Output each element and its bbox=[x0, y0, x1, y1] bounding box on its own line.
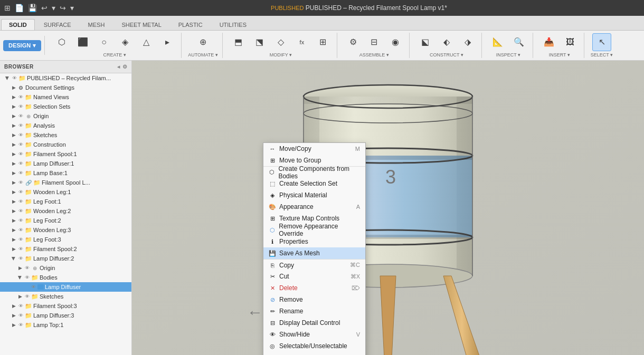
lt-eye[interactable]: 👁 bbox=[17, 321, 24, 329]
tree-wooden2[interactable]: ▶ 👁 📁 Wooden Leg:2 bbox=[0, 206, 131, 216]
construct-btn3[interactable]: ⬗ bbox=[458, 33, 477, 51]
w2-eye[interactable]: 👁 bbox=[17, 207, 24, 215]
select-btn[interactable]: ↖ bbox=[592, 33, 611, 51]
nv-eye[interactable]: 👁 bbox=[17, 93, 24, 101]
ctx-copy[interactable]: ⎘ Copy ⌘C bbox=[263, 259, 365, 271]
automate-btn1[interactable]: ⊕ bbox=[194, 33, 213, 51]
ld1-eye[interactable]: 👁 bbox=[17, 160, 24, 167]
ctx-physical-material[interactable]: ◈ Physical Material bbox=[263, 189, 365, 201]
f2-arrow[interactable]: ▶ bbox=[11, 246, 17, 252]
ld2-eye[interactable]: 👁 bbox=[17, 255, 24, 262]
con-eye[interactable]: 👁 bbox=[17, 141, 24, 148]
w2-arrow[interactable]: ▶ bbox=[11, 208, 17, 214]
ld3-arrow[interactable]: ▶ bbox=[11, 313, 17, 318]
extrude-btn[interactable]: ⬛ bbox=[73, 33, 92, 51]
fx-btn[interactable]: fx bbox=[292, 33, 311, 51]
root-arrow[interactable]: ▶ bbox=[5, 75, 10, 81]
ctx-remove[interactable]: ⊘ Remove bbox=[263, 294, 365, 305]
ldb-eye[interactable]: 👁 bbox=[30, 283, 37, 291]
redo-dropdown-icon[interactable]: ▾ bbox=[70, 4, 74, 12]
ft2-eye[interactable]: 👁 bbox=[17, 217, 24, 224]
joint-btn[interactable]: ⚙ bbox=[344, 33, 363, 51]
assemble-btn3[interactable]: ◉ bbox=[386, 33, 405, 51]
assemble-btn2[interactable]: ⊟ bbox=[365, 33, 384, 51]
bod-arrow[interactable]: ▶ bbox=[17, 274, 23, 281]
inspect-btn1[interactable]: 📐 bbox=[488, 33, 507, 51]
ctx-create-components[interactable]: ⬡ Create Components from Bodies bbox=[263, 166, 365, 178]
ctx-selectable[interactable]: ◎ Selectable/Unselectable bbox=[263, 340, 365, 352]
tree-lamp-diff1[interactable]: ▶ 👁 📁 Lamp Diffuser:1 bbox=[0, 159, 131, 168]
tree-doc-settings[interactable]: ▶ ⚙ Document Settings bbox=[0, 83, 131, 92]
create-sketch-btn[interactable]: ⬡ bbox=[52, 33, 71, 51]
tree-lamp-diff3[interactable]: ▶ 👁 📁 Lamp Diffuser:3 bbox=[0, 311, 131, 320]
tree-lamp-diffuser-body[interactable]: 👁 Lamp Diffuser bbox=[0, 282, 131, 292]
tree-lamp-diff2[interactable]: ▶ 👁 📁 Lamp Diffuser:2 bbox=[0, 254, 131, 263]
tab-plastic[interactable]: PLASTIC bbox=[171, 19, 211, 30]
ctx-save-mesh[interactable]: 💾 Save As Mesh bbox=[263, 247, 365, 259]
browser-collapse-icon[interactable]: ◂ bbox=[117, 64, 120, 70]
sweep-btn[interactable]: ◈ bbox=[116, 33, 135, 51]
loft-btn[interactable]: △ bbox=[137, 33, 156, 51]
chamfer-btn[interactable]: ◇ bbox=[271, 33, 290, 51]
tree-origin2[interactable]: ▶ 👁 ⊕ Origin bbox=[0, 263, 131, 273]
ft2-arrow[interactable]: ▶ bbox=[11, 218, 17, 223]
redo-icon[interactable]: ↪ bbox=[60, 4, 66, 12]
nv-arrow[interactable]: ▶ bbox=[11, 94, 17, 100]
ctx-rename[interactable]: ✏ Rename bbox=[263, 305, 365, 317]
root-eye[interactable]: 👁 bbox=[11, 74, 18, 82]
browser-settings-icon[interactable]: ⚙ bbox=[122, 64, 128, 70]
fl-eye[interactable]: 👁 bbox=[17, 179, 24, 186]
ctx-remove-appearance[interactable]: ⬡ Remove Appearance Override bbox=[263, 224, 365, 236]
orig-eye[interactable]: 👁 bbox=[17, 112, 24, 120]
f3-arrow[interactable]: ▶ bbox=[11, 303, 17, 309]
sk2-eye[interactable]: 👁 bbox=[23, 293, 31, 300]
tree-filament3[interactable]: ▶ 👁 📁 Filament Spool:3 bbox=[0, 301, 131, 311]
tree-construction[interactable]: ▶ 👁 📁 Construction bbox=[0, 140, 131, 149]
tab-surface[interactable]: SURFACE bbox=[36, 19, 79, 30]
tree-sketches[interactable]: ▶ 👁 📁 Sketches bbox=[0, 130, 131, 140]
f1-eye[interactable]: 👁 bbox=[17, 150, 24, 158]
tree-foot3[interactable]: ▶ 👁 📁 Leg Foot:3 bbox=[0, 235, 131, 244]
w3-eye[interactable]: 👁 bbox=[17, 226, 24, 234]
tab-solid[interactable]: SOLID bbox=[1, 19, 35, 30]
an-eye[interactable]: 👁 bbox=[17, 122, 24, 129]
tree-origin[interactable]: ▶ 👁 ⊕ Origin bbox=[0, 111, 131, 121]
undo-dropdown-icon[interactable]: ▾ bbox=[52, 4, 55, 12]
o2-arrow[interactable]: ▶ bbox=[17, 265, 23, 271]
f1-arrow[interactable]: ▶ bbox=[11, 151, 17, 157]
doc-arrow[interactable]: ▶ bbox=[11, 85, 17, 90]
ctx-show-hide[interactable]: 👁 Show/Hide V bbox=[263, 329, 365, 340]
file-icon[interactable]: 📄 bbox=[15, 4, 24, 12]
lb-eye[interactable]: 👁 bbox=[17, 169, 24, 177]
tree-selection-sets[interactable]: ▶ 👁 📁 Selection Sets bbox=[0, 102, 131, 111]
tree-foot2[interactable]: ▶ 👁 📁 Leg Foot:2 bbox=[0, 216, 131, 225]
fillet-btn[interactable]: ⬔ bbox=[250, 33, 269, 51]
w1-arrow[interactable]: ▶ bbox=[11, 189, 17, 195]
w1-eye[interactable]: 👁 bbox=[17, 188, 24, 196]
ss-arrow[interactable]: ▶ bbox=[11, 104, 17, 109]
tree-analysis[interactable]: ▶ 👁 📁 Analysis bbox=[0, 121, 131, 130]
tree-root[interactable]: ▶ 👁 📁 PUBLISHED – Recycled Filam... bbox=[0, 73, 131, 83]
save-icon[interactable]: 💾 bbox=[28, 4, 37, 12]
ld3-eye[interactable]: 👁 bbox=[17, 312, 24, 319]
ctx-properties[interactable]: ℹ Properties bbox=[263, 236, 365, 247]
insert-btn2[interactable]: 🖼 bbox=[561, 33, 580, 51]
tree-lamp-top[interactable]: ▶ 👁 📁 Lamp Top:1 bbox=[0, 320, 131, 330]
undo-icon[interactable]: ↩ bbox=[41, 4, 48, 12]
lt-arrow[interactable]: ▶ bbox=[11, 322, 17, 328]
ctx-appearance[interactable]: 🎨 Appearance A bbox=[263, 201, 365, 213]
tree-foot1[interactable]: ▶ 👁 📁 Leg Foot:1 bbox=[0, 197, 131, 206]
ld2-arrow[interactable]: ▶ bbox=[11, 255, 16, 262]
w3-arrow[interactable]: ▶ bbox=[11, 227, 17, 233]
tree-sketches2[interactable]: ▶ 👁 📁 Sketches bbox=[0, 292, 131, 301]
bod-eye[interactable]: 👁 bbox=[23, 274, 31, 281]
tree-filament2[interactable]: ▶ 👁 📁 Filament Spool:2 bbox=[0, 244, 131, 254]
construct-btn1[interactable]: ⬕ bbox=[416, 33, 435, 51]
tree-filament-link[interactable]: ▶ 👁 🔗 📁 Filament Spool L... bbox=[0, 178, 131, 187]
tree-wooden1[interactable]: ▶ 👁 📁 Wooden Leg:1 bbox=[0, 187, 131, 197]
ld1-arrow[interactable]: ▶ bbox=[11, 161, 17, 166]
modify-more-btn[interactable]: ⊞ bbox=[314, 33, 333, 51]
construct-btn2[interactable]: ⬖ bbox=[437, 33, 456, 51]
ctx-move-copy[interactable]: ↔ Move/Copy M bbox=[263, 143, 365, 155]
tree-wooden3[interactable]: ▶ 👁 📁 Wooden Leg:3 bbox=[0, 225, 131, 235]
